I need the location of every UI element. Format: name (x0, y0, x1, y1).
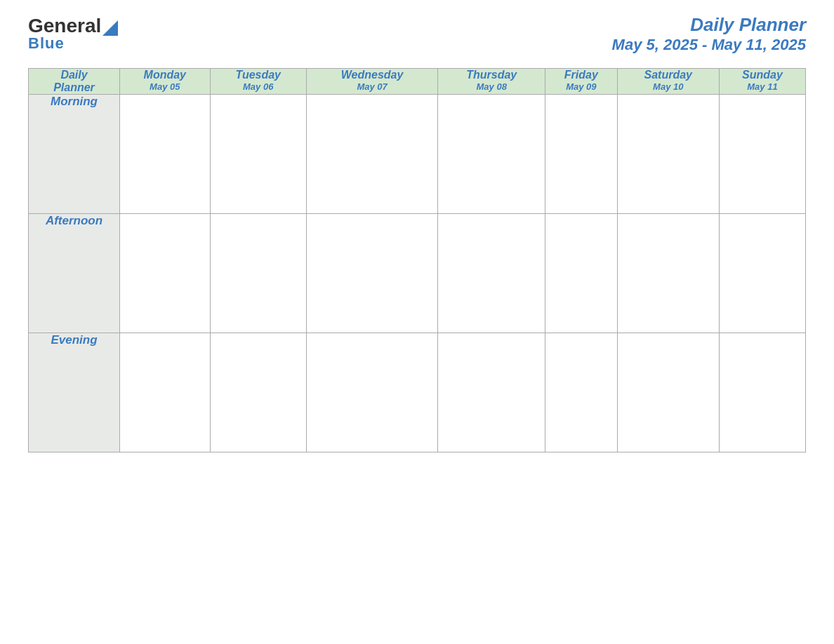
evening-tuesday-cell[interactable] (210, 333, 306, 452)
afternoon-thursday-cell[interactable] (438, 214, 545, 333)
morning-label-cell: Morning (29, 95, 120, 214)
header-thursday-date: May 08 (438, 81, 545, 92)
afternoon-wednesday-cell[interactable] (306, 214, 438, 333)
morning-tuesday-cell[interactable] (210, 95, 306, 214)
header-wednesday-date: May 07 (307, 81, 438, 92)
header-friday-name: Friday (545, 69, 617, 81)
morning-thursday-cell[interactable] (438, 95, 545, 214)
header-cell-tuesday: Tuesday May 06 (210, 69, 306, 95)
header-friday-date: May 09 (545, 81, 617, 92)
header-planner: Planner (29, 81, 119, 94)
header-monday-name: Monday (120, 69, 210, 81)
title-block: Daily Planner May 5, 2025 - May 11, 2025 (612, 14, 806, 54)
header-sunday-name: Sunday (720, 69, 805, 81)
header-tuesday-name: Tuesday (211, 69, 306, 81)
evening-saturday-cell[interactable] (617, 333, 719, 452)
header-wednesday-name: Wednesday (307, 69, 438, 81)
afternoon-sunday-cell[interactable] (719, 214, 805, 333)
afternoon-row: Afternoon (29, 214, 806, 333)
evening-label-cell: Evening (29, 333, 120, 452)
morning-monday-cell[interactable] (120, 95, 211, 214)
logo: General Blue (28, 16, 118, 53)
evening-row: Evening (29, 333, 806, 452)
header-saturday-name: Saturday (618, 69, 719, 81)
afternoon-friday-cell[interactable] (545, 214, 618, 333)
table-header-row: Daily Planner Monday May 05 Tuesday May … (29, 69, 806, 95)
header-saturday-date: May 10 (618, 81, 719, 92)
header-sunday-date: May 11 (720, 81, 805, 92)
morning-row: Morning (29, 95, 806, 214)
logo-text-blue: Blue (28, 34, 65, 53)
page-header: General Blue Daily Planner May 5, 2025 -… (28, 14, 806, 54)
evening-label: Evening (51, 333, 97, 347)
header-cell-friday: Friday May 09 (545, 69, 618, 95)
planner-table: Daily Planner Monday May 05 Tuesday May … (28, 68, 806, 452)
evening-wednesday-cell[interactable] (306, 333, 438, 452)
afternoon-tuesday-cell[interactable] (210, 214, 306, 333)
logo-arrow-icon (102, 20, 118, 36)
date-range: May 5, 2025 - May 11, 2025 (612, 36, 806, 54)
evening-friday-cell[interactable] (545, 333, 618, 452)
afternoon-label: Afternoon (46, 214, 102, 227)
afternoon-monday-cell[interactable] (120, 214, 211, 333)
morning-wednesday-cell[interactable] (306, 95, 438, 214)
evening-sunday-cell[interactable] (719, 333, 805, 452)
header-tuesday-date: May 06 (211, 81, 306, 92)
header-cell-sunday: Sunday May 11 (719, 69, 805, 95)
morning-sunday-cell[interactable] (719, 95, 805, 214)
page-title: Daily Planner (612, 14, 806, 36)
header-cell-saturday: Saturday May 10 (617, 69, 719, 95)
header-monday-date: May 05 (120, 81, 210, 92)
afternoon-label-cell: Afternoon (29, 214, 120, 333)
morning-label: Morning (51, 95, 98, 108)
header-cell-wednesday: Wednesday May 07 (306, 69, 438, 95)
header-thursday-name: Thursday (438, 69, 545, 81)
morning-friday-cell[interactable] (545, 95, 618, 214)
morning-saturday-cell[interactable] (617, 95, 719, 214)
afternoon-saturday-cell[interactable] (617, 214, 719, 333)
logo-text-general: General (28, 16, 101, 36)
header-daily: Daily (29, 69, 119, 81)
header-cell-thursday: Thursday May 08 (438, 69, 545, 95)
evening-thursday-cell[interactable] (438, 333, 545, 452)
evening-monday-cell[interactable] (120, 333, 211, 452)
header-cell-label: Daily Planner (29, 69, 120, 95)
header-cell-monday: Monday May 05 (120, 69, 211, 95)
